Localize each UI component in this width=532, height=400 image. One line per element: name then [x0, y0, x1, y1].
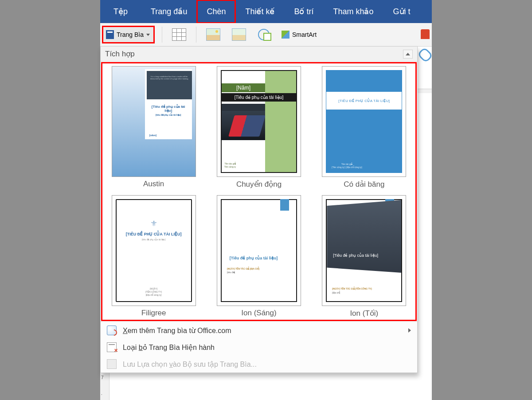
ribbon-tabs: Tệp Trang đầu Chèn Thiết kế Bố trí Tham …: [100, 0, 432, 23]
thumbnail-ion-light: [Tiêu đề phụ của tài liệu] [NGÀY] TÊN TÁ…: [217, 195, 301, 306]
smartart-label: SmartArt: [292, 31, 317, 38]
thumbnail-banded: [TIÊU ĐỀ PHỤ CỦA TÀI LIỆU] Tên tác giả[T…: [322, 66, 406, 177]
gallery-item-label: Ion (Sáng): [211, 306, 306, 318]
menu-label: Loại bỏ Trang Bìa Hiện hành: [123, 343, 215, 352]
cover-page-dropdown[interactable]: Trang Bìa: [103, 27, 154, 43]
office-refresh-icon: [107, 325, 117, 335]
cover-page-label: Trang Bìa: [117, 31, 144, 38]
gallery-item-banded[interactable]: [TIÊU ĐỀ PHỤ CỦA TÀI LIỆU] Tên tác giả[T…: [317, 66, 412, 189]
chevron-up-icon: [406, 53, 410, 55]
ribbon-tab-insert[interactable]: Chèn: [197, 0, 235, 23]
gallery-item-label: Chuyển động: [211, 177, 306, 189]
table-icon: [172, 28, 186, 41]
remove-page-icon: [107, 342, 117, 352]
separator: [162, 27, 162, 43]
right-overflow-icons: [419, 23, 432, 60]
shapes-icon: [258, 29, 271, 41]
ribbon-toolbar: Trang Bìa SmartArt: [100, 23, 432, 47]
gallery-item-label: Ion (Tối): [317, 306, 412, 318]
more-cover-pages-office[interactable]: Xem thêm Trang bìa từ Office.com: [101, 322, 417, 339]
thumbnail-motion: [Năm] [Tiêu đề phụ của tài liệu] Tên tác…: [217, 66, 301, 177]
gallery-item-label: Có dải băng: [317, 177, 412, 189]
submenu-arrow-icon: [408, 328, 411, 333]
gallery-item-ion-dark[interactable]: [Tiêu đề phụ của tài liệu] [NGÀY] TÊN TÁ…: [317, 195, 412, 318]
ribbon-tab-references[interactable]: Tham khảo: [323, 0, 383, 23]
menu-label: Lưu Lựa chọn vào Bộ sưu tập Trang Bìa...: [123, 360, 257, 369]
ribbon-tab-mailings[interactable]: Gửi t: [383, 0, 420, 23]
gallery-item-label: Filigree: [106, 306, 201, 318]
thumbnail-filigree: ⚜︎ [TIÊU ĐỀ PHỤ CỦA TÀI LIỆU] [tiêu đề p…: [112, 195, 196, 306]
gallery-footer-menu: Xem thêm Trang bìa từ Office.com Loại bỏ…: [101, 322, 417, 373]
ruler-tick: 7: [101, 375, 104, 380]
menu-label: Xem thêm Trang bìa từ Office.com: [123, 326, 231, 335]
gallery-grid: It is a long established fact that a rea…: [101, 62, 417, 322]
shapes-button[interactable]: [256, 27, 274, 43]
save-selection-to-gallery: Lưu Lựa chọn vào Bộ sưu tập Trang Bìa...: [101, 356, 417, 373]
ribbon-tab-home[interactable]: Trang đầu: [141, 0, 197, 23]
pictures-button[interactable]: [204, 27, 222, 43]
link-icon[interactable]: [417, 47, 434, 63]
smartart-button[interactable]: SmartArt: [282, 31, 317, 39]
online-pictures-button[interactable]: [230, 27, 248, 43]
gallery-scroll-up-button[interactable]: [403, 50, 413, 59]
remove-current-cover-page[interactable]: Loại bỏ Trang Bìa Hiện hành: [101, 339, 417, 356]
gallery-item-filigree[interactable]: ⚜︎ [TIÊU ĐỀ PHỤ CỦA TÀI LIỆU] [tiêu đề p…: [106, 195, 201, 318]
gallery-item-ion-light[interactable]: [Tiêu đề phụ của tài liệu] [NGÀY] TÊN TÁ…: [211, 195, 306, 318]
document-page-edge: [416, 93, 432, 200]
separator: [196, 27, 196, 43]
online-picture-icon: [232, 28, 246, 41]
picture-icon: [206, 28, 220, 41]
gallery-section-title: Tích hợp: [105, 49, 135, 59]
thumbnail-ion-dark: [Tiêu đề phụ của tài liệu] [NGÀY] TÊN TÁ…: [322, 195, 406, 306]
chevron-down-icon: [146, 34, 150, 36]
ruler-tick: ·: [101, 392, 102, 397]
gallery-section-header: Tích hợp: [101, 47, 417, 62]
cover-page-gallery: Tích hợp It is a long established fact t…: [100, 46, 418, 373]
ribbon-tab-file[interactable]: Tệp: [100, 0, 141, 23]
smartart-icon: [282, 31, 289, 39]
word-window: Tệp Trang đầu Chèn Thiết kế Bố trí Tham …: [100, 0, 432, 400]
table-button[interactable]: [170, 27, 188, 43]
cover-page-icon: [106, 30, 114, 39]
gallery-item-austin[interactable]: It is a long established fact that a rea…: [106, 66, 201, 189]
gallery-item-label: Austin: [106, 177, 201, 188]
thumbnail-austin: It is a long established fact that a rea…: [112, 66, 196, 177]
store-icon[interactable]: [421, 29, 430, 39]
ribbon-tab-layout[interactable]: Bố trí: [284, 0, 323, 23]
save-page-icon: [107, 359, 117, 369]
gallery-item-motion[interactable]: [Năm] [Tiêu đề phụ của tài liệu] Tên tác…: [211, 66, 306, 189]
ribbon-tab-design[interactable]: Thiết kế: [235, 0, 284, 23]
